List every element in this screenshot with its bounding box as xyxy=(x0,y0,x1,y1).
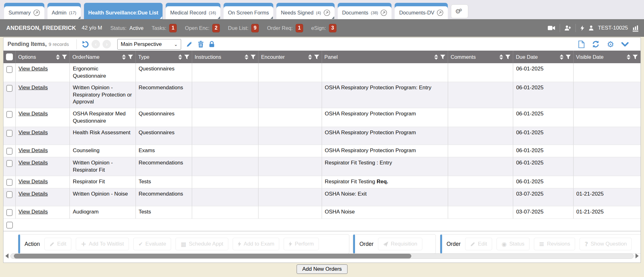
column-header-type[interactable]: Type xyxy=(136,51,192,63)
scrollbar-track[interactable] xyxy=(10,253,634,259)
add-to-waitlist-button[interactable]: +Add To Waitlist xyxy=(76,238,129,250)
tab-summary[interactable]: Summary xyxy=(4,3,44,19)
sort-icon[interactable] xyxy=(434,54,438,60)
trash-icon[interactable] xyxy=(198,41,204,47)
edit-pencil-icon[interactable] xyxy=(186,41,193,47)
filter-funnel-icon[interactable] xyxy=(251,55,256,59)
open-external-icon[interactable] xyxy=(437,9,443,16)
settings-gear-icon[interactable]: ⚙ xyxy=(607,40,614,49)
filter-funnel-icon[interactable] xyxy=(314,55,319,59)
column-header-panel[interactable]: Panel xyxy=(322,51,448,63)
sort-icon[interactable] xyxy=(122,54,126,60)
view-details-link[interactable]: View Details xyxy=(19,66,48,72)
column-header-ordername[interactable]: OrderName xyxy=(70,51,136,63)
view-details-link[interactable]: View Details xyxy=(19,179,48,185)
tab-settings-gear-button[interactable]: ⚙⚙ xyxy=(451,4,468,18)
row-checkbox[interactable] xyxy=(6,222,13,229)
view-details-link[interactable]: View Details xyxy=(19,191,48,197)
counter-badge[interactable]: 9 xyxy=(251,24,259,32)
sort-icon[interactable] xyxy=(178,54,182,60)
lightning-icon[interactable] xyxy=(580,25,584,31)
view-details-link[interactable]: View Details xyxy=(19,130,48,136)
column-header-encounter[interactable]: Encounter xyxy=(258,51,322,63)
row-checkbox[interactable] xyxy=(6,111,13,118)
add-to-exam-button[interactable]: Add to Exam xyxy=(233,238,279,250)
open-external-icon[interactable] xyxy=(380,9,387,16)
row-checkbox[interactable] xyxy=(6,209,13,216)
row-checkbox[interactable] xyxy=(6,191,13,198)
status-button[interactable]: ◉Status xyxy=(497,238,530,250)
sort-icon[interactable] xyxy=(560,54,564,60)
counter-badge[interactable]: 2 xyxy=(212,24,220,32)
checkbox[interactable] xyxy=(6,53,13,60)
lock-icon[interactable] xyxy=(209,41,215,47)
view-details-link[interactable]: View Details xyxy=(19,209,48,215)
column-header-options[interactable]: Options xyxy=(16,51,70,63)
perspective-select[interactable]: Main Perspective ⌄ xyxy=(117,39,181,50)
revisions-button[interactable]: ≡Revisions xyxy=(534,238,575,250)
panel-text: OSHA Respiratory Protection Program xyxy=(325,111,416,117)
refresh-icon[interactable] xyxy=(592,41,600,48)
tab-medical-record[interactable]: Medical Record(16) xyxy=(166,3,220,19)
evaluate-button[interactable]: ✔Evaluate xyxy=(133,238,171,250)
filter-funnel-icon[interactable] xyxy=(566,55,571,59)
row-checkbox[interactable] xyxy=(6,148,13,155)
filter-funnel-icon[interactable] xyxy=(128,55,133,59)
filter-funnel-icon[interactable] xyxy=(440,55,445,59)
show-question-button[interactable]: ?Show Question xyxy=(580,238,632,250)
view-details-link[interactable]: View Details xyxy=(19,160,48,166)
chart-icon[interactable] xyxy=(633,24,638,31)
scroll-right-arrow[interactable] xyxy=(636,253,639,258)
counter-badge[interactable]: 1 xyxy=(169,24,177,32)
row-checkbox[interactable] xyxy=(6,130,13,137)
tab-documents[interactable]: Documents(38) xyxy=(338,3,392,19)
column-header-instructions[interactable]: Instructions xyxy=(192,51,258,63)
user-icon[interactable] xyxy=(589,25,593,30)
requisition-button[interactable]: Requisition xyxy=(378,238,422,250)
view-details-link[interactable]: View Details xyxy=(19,147,48,153)
column-header-visible-date[interactable]: Visible Date xyxy=(574,51,641,63)
column-header-comments[interactable]: Comments xyxy=(448,51,513,63)
prev-icon[interactable]: ‹ xyxy=(92,40,100,48)
view-details-link[interactable]: View Details xyxy=(19,111,48,117)
counter-badge[interactable]: 1 xyxy=(296,24,303,32)
row-checkbox[interactable] xyxy=(6,160,13,167)
tab-needs-signed[interactable]: Needs Signed(4) xyxy=(276,3,335,19)
sort-icon[interactable] xyxy=(627,54,630,60)
filter-funnel-icon[interactable] xyxy=(505,55,510,59)
collapse-chevron-icon[interactable] xyxy=(621,42,629,47)
tab-on-screen-forms[interactable]: On Screen Forms xyxy=(224,3,273,19)
open-external-icon[interactable] xyxy=(324,9,330,16)
scroll-left-arrow[interactable] xyxy=(5,253,8,258)
open-external-icon[interactable] xyxy=(33,9,40,16)
counter-badge[interactable]: 3 xyxy=(329,24,336,32)
schedule-appt-button[interactable]: ▦Schedule Appt xyxy=(175,238,228,250)
grid-title: Pending Items, xyxy=(8,41,47,47)
row-checkbox[interactable] xyxy=(6,85,13,92)
select-all-checkbox[interactable] xyxy=(3,51,16,63)
next-icon[interactable]: › xyxy=(103,40,111,48)
tab-documents-dv[interactable]: Documents-DV xyxy=(395,3,448,19)
sort-icon[interactable] xyxy=(245,54,248,60)
perform-button[interactable]: Perform xyxy=(284,238,319,250)
add-person-icon[interactable] xyxy=(565,25,571,30)
row-checkbox[interactable] xyxy=(6,66,13,73)
scrollbar-thumb[interactable] xyxy=(14,254,411,258)
edit-button[interactable]: Edit xyxy=(44,238,71,250)
sort-icon[interactable] xyxy=(499,54,503,60)
edit-button[interactable]: Edit xyxy=(465,238,492,250)
undo-icon[interactable] xyxy=(82,41,89,48)
sort-icon[interactable] xyxy=(308,54,312,60)
filter-funnel-icon[interactable] xyxy=(633,55,638,59)
tab-admin[interactable]: Admin(17) xyxy=(47,3,81,19)
new-document-icon[interactable] xyxy=(578,41,585,48)
filter-funnel-icon[interactable] xyxy=(62,55,67,59)
view-details-link[interactable]: View Details xyxy=(19,85,48,91)
row-checkbox[interactable] xyxy=(6,179,13,186)
tab-health-surveillance-due-list[interactable]: Health Surveillance:Due List xyxy=(84,3,163,19)
add-new-orders-button[interactable]: Add New Orders xyxy=(297,264,347,274)
sort-icon[interactable] xyxy=(56,54,60,60)
video-camera-icon[interactable] xyxy=(548,26,555,30)
column-header-due-date[interactable]: Due Date xyxy=(513,51,573,63)
filter-funnel-icon[interactable] xyxy=(184,55,189,59)
